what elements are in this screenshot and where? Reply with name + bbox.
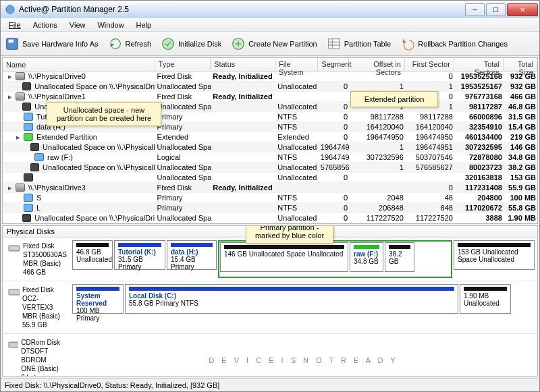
tree-header: Name Type Status File System Segment Off… <box>3 58 537 72</box>
menu-view[interactable]: View <box>64 20 91 30</box>
table-row[interactable]: Unallocated Space on \\.\PhysicalDrive3U… <box>3 213 537 223</box>
disk-icon <box>24 204 33 212</box>
svg-point-3 <box>163 38 174 49</box>
disk-icon <box>22 214 31 222</box>
table-row[interactable]: SPrimaryNTFS0204848204800100 MB <box>3 193 537 203</box>
table-row[interactable]: LPrimaryNTFS020684884811702067255.8 GB <box>3 203 537 213</box>
physical-disks-panel: Physical Disks Fixed DiskST3500630ASMBR … <box>2 225 538 376</box>
col-seg[interactable]: Segment <box>318 58 349 71</box>
table-row[interactable]: Unallocated Space on \\.\PhysicalDrive0U… <box>3 82 537 92</box>
disk-icon <box>16 92 25 101</box>
col-tot[interactable]: Total Sectors <box>454 58 504 71</box>
svg-rect-7 <box>9 289 20 295</box>
menubar: File Actions View Window Help <box>1 18 539 32</box>
disk-tree: Name Type Status File System Segment Off… <box>2 57 538 224</box>
menu-file[interactable]: File <box>3 20 26 30</box>
device-not-ready: D E V I C E I S N O T R E A D Y <box>72 337 535 376</box>
table-row[interactable]: Unallocated Space on \\.\PhysicalDrive1U… <box>3 163 537 173</box>
minimize-button[interactable]: ─ <box>465 3 485 16</box>
partition-block[interactable]: 153 GB Unallocated Space Unallocated <box>454 240 535 270</box>
window-title: Active@ Partition Manager 2.5 <box>19 5 465 14</box>
table-row[interactable]: ▸\\.\PhysicalDrive3Fixed DiskReady, Init… <box>3 183 537 193</box>
table-row[interactable]: raw (F:)LogicalNTFS196474950307232596503… <box>3 152 537 163</box>
menu-window[interactable]: Window <box>92 20 129 30</box>
disk-icon <box>30 163 39 171</box>
menu-help[interactable]: Help <box>131 20 157 30</box>
rollback-button[interactable]: Rollback Partition Changes <box>400 36 508 51</box>
disk-icon <box>16 184 25 192</box>
disk-check-icon <box>161 36 176 51</box>
drive-icon <box>8 242 20 254</box>
create-icon <box>231 36 246 51</box>
physical-disk-row: CDRom DiskDTSOFT BDROMONE (Basic)0 bytes… <box>3 334 537 376</box>
table-row[interactable]: Unallocated Space on \\.\PhysicalDrive1U… <box>3 142 537 152</box>
disk-icon <box>30 143 39 151</box>
refresh-button[interactable]: Refresh <box>108 36 152 51</box>
svg-rect-2 <box>9 39 14 43</box>
menu-actions[interactable]: Actions <box>28 20 63 30</box>
app-icon <box>5 4 16 15</box>
partition-block[interactable]: 1.90 MB Unallocated <box>460 284 511 314</box>
titlebar: Active@ Partition Manager 2.5 ─ ☐ ✕ <box>1 1 539 18</box>
disk-icon <box>24 173 33 181</box>
save-hw-button[interactable]: Save Hardware Info As <box>5 36 99 51</box>
partition-block[interactable]: Local Disk (C:)55.8 GB Primary NTFS <box>125 284 458 314</box>
disk-icon <box>34 153 44 161</box>
table-icon <box>327 36 342 51</box>
disk-icon <box>24 123 33 131</box>
svg-rect-6 <box>9 246 20 251</box>
svg-rect-8 <box>9 342 18 347</box>
partition-block[interactable]: 38.2 GB <box>385 242 414 272</box>
disk-icon <box>22 82 31 90</box>
physical-disk-row: Fixed DiskST3500630ASMBR (Basic)466 GB46… <box>3 237 537 281</box>
partition-block[interactable]: 146 GB Unallocated Space Unallocated <box>220 242 348 272</box>
partition-table-button[interactable]: Partition Table <box>327 36 392 51</box>
table-row[interactable]: ▸\\.\PhysicalDrive0Fixed DiskReady, Init… <box>3 72 537 82</box>
partition-block[interactable]: raw (F:)34.8 GB <box>350 242 383 272</box>
partition-block[interactable]: data (H:)15.4 GB Primary <box>167 240 217 270</box>
col-first[interactable]: First Sector <box>405 58 454 71</box>
col-size[interactable]: Total Size <box>504 58 537 71</box>
callout-primary: Primary partition - marked by blue color <box>246 225 333 244</box>
rollback-icon <box>400 36 415 51</box>
drive-icon <box>8 338 18 350</box>
partition-block[interactable]: System Reserved100 MB Primary <box>72 284 124 314</box>
col-off[interactable]: Offset in Sectors <box>349 58 405 71</box>
disk-icon <box>24 113 33 121</box>
window-buttons: ─ ☐ ✕ <box>465 3 538 16</box>
col-fs[interactable]: File System <box>275 58 318 71</box>
svg-rect-5 <box>328 38 340 49</box>
refresh-icon <box>108 36 123 51</box>
table-row[interactable]: ▸\\.\PhysicalDrive1Fixed DiskReady, Init… <box>3 92 537 102</box>
col-name[interactable]: Name <box>3 58 155 71</box>
drive-icon <box>8 285 20 298</box>
disk-icon <box>24 133 33 141</box>
initialize-disk-button[interactable]: Initialize Disk <box>161 36 221 51</box>
disk-icon <box>22 103 31 111</box>
col-type[interactable]: Type <box>155 58 211 71</box>
partition-block[interactable]: Tutorial (K:)31.5 GB Primary <box>114 240 165 270</box>
toolbar: Save Hardware Info As Refresh Initialize… <box>1 32 539 56</box>
callout-unallocated: Unallocated space - new partition can be… <box>47 102 161 126</box>
col-status[interactable]: Status <box>211 58 275 71</box>
create-partition-button[interactable]: Create New Partition <box>231 36 317 51</box>
table-row[interactable]: ▸Extended PartitionExtendedExtended01964… <box>3 132 537 142</box>
physical-disk-row: Fixed DiskOCZ-VERTEX3MBR (Basic)55.9 GBS… <box>3 281 537 334</box>
save-icon <box>5 36 20 51</box>
maximize-button[interactable]: ☐ <box>486 3 506 16</box>
disk-icon <box>16 72 25 80</box>
status-text: Fixed Disk: \\.\PhysicalDrive0, Status: … <box>5 381 219 389</box>
close-button[interactable]: ✕ <box>507 3 538 16</box>
disk-icon <box>24 194 33 202</box>
status-bar: Fixed Disk: \\.\PhysicalDrive0, Status: … <box>1 378 539 391</box>
extended-partition-box[interactable]: 146 GB Unallocated Space Unallocatedraw … <box>218 240 452 278</box>
svg-point-0 <box>6 5 14 13</box>
callout-extended: Extended partition <box>350 91 438 107</box>
table-row[interactable]: Unallocated SpaceUnallocated032016381815… <box>3 173 537 183</box>
partition-block[interactable]: 46.8 GB Unallocated <box>72 240 113 270</box>
